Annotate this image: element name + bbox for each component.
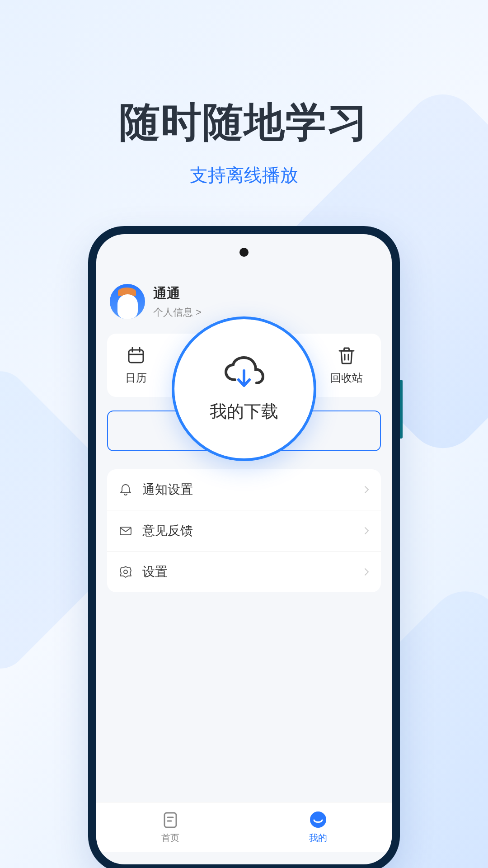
settings-item[interactable]: 设置 xyxy=(107,552,381,592)
download-feature-highlight[interactable]: 我的下载 xyxy=(172,316,316,461)
hero-subtitle: 支持离线播放 xyxy=(0,163,488,188)
nav-home[interactable]: 首页 xyxy=(125,810,216,844)
calendar-label: 日历 xyxy=(125,371,147,385)
phone-side-button xyxy=(400,380,403,439)
calendar-icon xyxy=(126,345,146,365)
recycle-label: 回收站 xyxy=(330,371,363,385)
smile-icon xyxy=(309,810,328,829)
svg-point-12 xyxy=(310,811,326,828)
gear-icon xyxy=(118,564,133,580)
calendar-button[interactable]: 日历 xyxy=(125,345,147,385)
feedback-item[interactable]: 意见反馈 xyxy=(107,510,381,552)
nav-mine-label: 我的 xyxy=(309,832,327,844)
mail-icon xyxy=(118,523,133,538)
bell-icon xyxy=(118,482,133,497)
trash-icon xyxy=(337,345,357,365)
document-icon xyxy=(161,810,180,829)
nav-home-label: 首页 xyxy=(161,832,179,844)
avatar-duck-deco xyxy=(117,294,138,319)
chevron-right-icon xyxy=(363,485,370,494)
settings-label: 设置 xyxy=(142,563,363,580)
recycle-button[interactable]: 回收站 xyxy=(330,345,363,385)
svg-rect-0 xyxy=(129,350,143,363)
avatar[interactable] xyxy=(110,284,145,319)
profile-text: 通通 个人信息 > xyxy=(153,284,202,319)
cloud-download-icon xyxy=(221,355,267,391)
chevron-right-icon xyxy=(363,526,370,535)
profile-name: 通通 xyxy=(153,284,202,303)
chevron-right-icon xyxy=(363,567,370,576)
profile-section[interactable]: 通通 个人信息 > xyxy=(110,284,202,319)
nav-mine[interactable]: 我的 xyxy=(273,810,363,844)
svg-rect-9 xyxy=(164,813,176,827)
notify-settings-item[interactable]: 通知设置 xyxy=(107,469,381,510)
settings-list: 通知设置 意见反馈 xyxy=(107,469,381,592)
feedback-label: 意见反馈 xyxy=(142,522,363,539)
phone-camera xyxy=(239,248,249,257)
svg-rect-7 xyxy=(120,527,131,535)
download-label: 我的下载 xyxy=(210,400,278,423)
bottom-nav: 首页 我的 xyxy=(96,802,392,852)
notify-label: 通知设置 xyxy=(142,481,363,498)
profile-info-link[interactable]: 个人信息 > xyxy=(153,306,202,319)
hero-title: 随时随地学习 xyxy=(0,95,488,150)
svg-point-8 xyxy=(124,570,127,574)
